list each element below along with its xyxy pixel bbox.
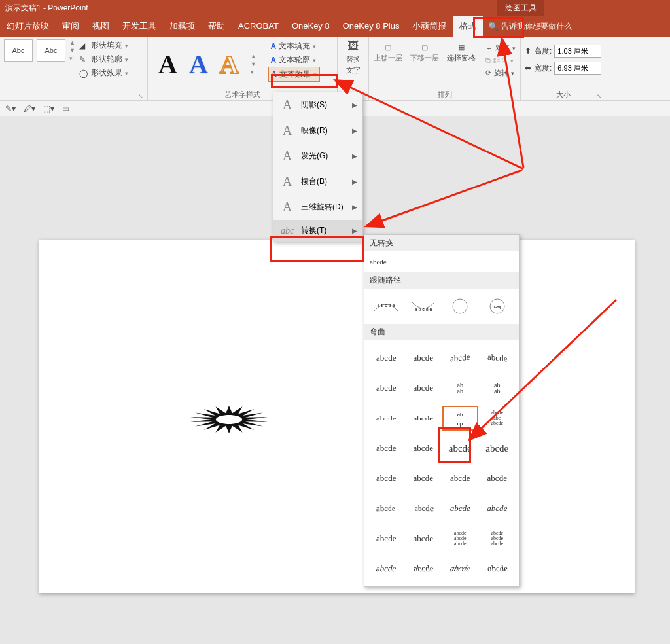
rotate-button[interactable]: ⟳旋转 ▾ [485,68,516,78]
warp-option[interactable]: abcde [480,496,516,521]
tab-review[interactable]: 审阅 [56,16,86,37]
transform-gallery: 无转换 abcde 跟随路径 a b c d e a b c d e Ghij … [364,234,520,587]
transform-icon: abc [279,226,296,236]
menu-transform[interactable]: abc转换(T)▶ [273,220,362,241]
warp-option[interactable]: abcde [366,494,400,524]
text-outline-icon: A [271,56,277,65]
section-warp: 弯曲 [364,324,519,340]
wordart-shape[interactable] [157,397,301,442]
menu-reflection[interactable]: A映像(R)▶ [273,118,362,143]
qat-item-3[interactable]: ⬚▾ [43,104,54,113]
qat-item-1[interactable]: ✎▾ [5,104,16,113]
warp-option[interactable]: abcde [406,346,442,370]
group-shape-styles: Abc Abc ▲ ▼ ▾ ◢形状填充 ▾ ✎形状轮廓 ▾ ◯形状效果 ▾ ⤡ [0,37,148,101]
warp-option[interactable]: abcde [442,466,478,491]
warp-option[interactable]: abcde [406,410,442,427]
wordart-preset-2[interactable]: A [189,49,208,80]
wordart-gallery-down-icon[interactable]: ▼ [251,61,256,67]
menu-glow[interactable]: A发光(G)▶ [273,143,362,169]
window-title: 演示文稿1 - PowerPoint [5,3,88,14]
warp-option[interactable]: abcde [406,436,442,461]
svg-text:Ghij: Ghij [493,305,501,309]
gallery-down-icon[interactable]: ▼ [69,47,75,54]
path-option-2[interactable]: a b c d e [406,294,442,319]
warp-option[interactable]: abcdeabcdeabcde [480,526,516,551]
warp-option[interactable]: abcde [480,466,516,491]
group-button[interactable]: ⧉组合 ▾ [485,56,516,65]
warp-option[interactable]: abcde [368,376,404,401]
tab-onekey8plus[interactable]: OneKey 8 Plus [336,16,406,37]
tab-acrobat[interactable]: ACROBAT [232,16,285,37]
warp-option[interactable]: abcde [480,436,516,461]
menu-3d-rotation[interactable]: A三维旋转(D)▶ [273,194,362,220]
tab-view[interactable]: 视图 [86,16,116,37]
warp-option[interactable]: abcde [406,466,442,491]
warp-option[interactable]: abcde [480,344,516,372]
warp-option[interactable]: abcde [368,346,404,370]
send-backward-button[interactable]: ▢下移一层 [410,43,440,63]
width-input[interactable] [554,62,601,75]
warp-option[interactable]: abcde [368,410,404,427]
align-button[interactable]: ⫟对齐 ▾ [485,43,516,53]
text-effects-button[interactable]: A文本效果 ▾ [268,67,321,82]
warp-option[interactable]: abcde [442,436,478,461]
wordart-preset-1[interactable]: A [158,49,177,80]
warp-option[interactable]: abcde [366,556,407,581]
warp-option[interactable]: abcde [402,556,444,581]
warp-option-selected[interactable]: abcp [442,406,478,431]
tab-onekey8[interactable]: OneKey 8 [285,16,336,37]
tab-help[interactable]: 帮助 [202,16,232,37]
warp-option[interactable]: abcde [442,344,478,372]
shape-style-preset-1[interactable]: Abc [4,39,33,62]
slide[interactable] [39,240,635,593]
warp-option[interactable]: abcde [368,436,404,461]
path-option-4[interactable]: Ghij [480,294,516,319]
menu-bevel[interactable]: A棱台(B)▶ [273,169,362,194]
height-input[interactable] [554,45,601,58]
gallery-up-icon[interactable]: ▲ [69,39,75,46]
no-transform-option[interactable]: abcde [370,258,387,266]
path-option-1[interactable]: a b c d e [368,294,404,319]
shape-fill-button[interactable]: ◢形状填充 ▾ [78,39,130,52]
dialog-launcher-icon[interactable]: ⤡ [597,93,602,99]
wordart-gallery-up-icon[interactable]: ▲ [251,53,256,60]
wordart-preset-3[interactable]: A [220,49,239,80]
tab-format[interactable]: 格式 [453,16,483,37]
qat-item-4[interactable]: ▭ [62,104,69,113]
bring-forward-button[interactable]: ▢上移一层 [373,43,403,63]
selection-pane-button[interactable]: ▦选择窗格 [446,43,476,63]
warp-option[interactable]: abcdeabcabcde [480,406,516,431]
warp-option[interactable]: abab [480,376,516,401]
arrange-group-label: 排列 [438,90,452,98]
bucket-icon: ◢ [79,41,88,50]
menu-shadow[interactable]: A阴影(S)▶ [273,92,362,118]
dialog-launcher-icon[interactable]: ⤡ [138,93,143,99]
contextual-tab-drawing-tools[interactable]: 绘图工具 [497,0,544,16]
wordart-gallery-more-icon[interactable]: ▾ [251,69,256,75]
warp-option[interactable]: abcde [442,496,478,521]
tab-addins[interactable]: 加载项 [163,16,202,37]
warp-option[interactable]: abcde [438,556,482,581]
shape-style-preset-2[interactable]: Abc [37,39,65,62]
tab-developer[interactable]: 开发工具 [116,16,163,37]
shape-effects-button[interactable]: ◯形状效果 ▾ [78,67,130,79]
warp-option[interactable]: abcde [406,526,442,551]
replace-text-button[interactable]: 🖼 替换 文字 [342,39,364,89]
text-fill-button[interactable]: A文本填充 ▾ [268,39,321,53]
warp-option[interactable]: abcde [368,466,404,491]
path-option-3[interactable] [442,294,478,319]
qat-item-2[interactable]: 🖊▾ [24,104,35,113]
warp-option[interactable]: abab [442,376,478,401]
svg-text:ab: ab [457,412,463,418]
tell-me-input[interactable]: 告诉我你想要做什么 [501,21,572,32]
shape-outline-button[interactable]: ✎形状轮廓 ▾ [78,53,130,65]
tab-slideshow[interactable]: 幻灯片放映 [0,16,56,37]
warp-option[interactable]: abcde [475,556,519,581]
warp-option[interactable]: abcde [368,526,404,551]
tab-xwjb[interactable]: 小顽简报 [406,16,453,37]
gallery-more-icon[interactable]: ▾ [69,55,75,62]
warp-option[interactable]: abcde [406,376,442,401]
text-outline-button[interactable]: A文本轮廓 ▾ [268,53,321,67]
warp-option[interactable]: abcdeabcdeabcde [442,526,478,551]
warp-option[interactable]: abcde [409,494,443,524]
